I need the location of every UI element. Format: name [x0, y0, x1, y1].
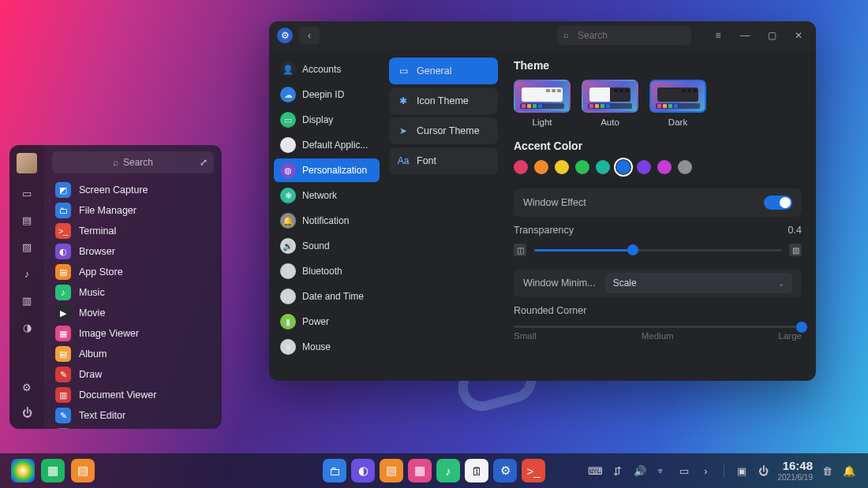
category-label: Display [302, 114, 333, 125]
accent-swatch[interactable] [616, 160, 630, 174]
window-minimize-select[interactable]: Scale ⌄ [605, 273, 792, 293]
clock[interactable]: 16:48 2021/6/19 [778, 460, 814, 482]
category-graphics-icon[interactable]: ▨ [20, 240, 34, 254]
launcher-app-item[interactable]: ◩Screen Capture [49, 180, 217, 200]
category-item[interactable]: ▮Power [274, 310, 380, 333]
category-internet-icon[interactable]: ▭ [20, 186, 34, 200]
battery-tray-icon[interactable]: ▭ [676, 463, 692, 479]
menu-button[interactable]: ≡ [709, 26, 728, 45]
accent-swatch[interactable] [596, 160, 610, 174]
rc-large-label: Large [779, 331, 802, 341]
app-label: File Manager [79, 205, 137, 216]
launcher-app-item[interactable]: ♪Music [49, 282, 217, 303]
subtab-item[interactable]: ▭General [389, 58, 498, 84]
category-item[interactable]: ☁Deepin ID [274, 83, 380, 106]
category-item[interactable]: 👤Accounts [274, 58, 380, 81]
launcher-app-item[interactable]: ▤App Store [49, 262, 217, 282]
launcher-app-item[interactable]: ▶Movie [49, 303, 217, 323]
volume-tray-icon[interactable]: 🔊 [632, 463, 648, 479]
dock-app-icon[interactable]: ▦ [408, 459, 432, 482]
rounded-corner-slider[interactable] [514, 326, 802, 328]
trash-tray-icon[interactable]: 🗑 [819, 463, 835, 479]
app-label: Album [79, 348, 107, 359]
category-reading-icon[interactable]: ▥ [20, 293, 34, 307]
settings-icon[interactable]: ⚙ [20, 380, 34, 394]
subtab-item[interactable]: ✱Icon Theme [389, 88, 498, 114]
category-icon: ᛒ [280, 263, 296, 279]
subtab-label: Cursor Theme [417, 125, 480, 136]
transparency-slider[interactable] [534, 249, 781, 251]
theme-option-auto[interactable]: Auto [582, 80, 638, 127]
theme-option-light[interactable]: Light [514, 80, 571, 127]
notification-tray-icon[interactable]: 🔔 [841, 463, 857, 479]
dock-app-icon[interactable]: ⚙ [493, 459, 517, 482]
category-item[interactable]: ◍Personalization [274, 158, 380, 182]
launcher-app-item[interactable]: ▤Album [49, 344, 217, 364]
user-avatar[interactable] [17, 153, 37, 173]
close-button[interactable]: ✕ [789, 26, 808, 45]
accent-swatch[interactable] [678, 160, 692, 174]
category-item[interactable]: ⬮Mouse [274, 335, 380, 359]
clock-date: 2021/6/19 [778, 473, 814, 482]
category-item[interactable]: ▭Display [274, 108, 380, 132]
dock-app-icon[interactable]: 🗀 [323, 459, 346, 482]
launcher-app-item[interactable]: 🗀File Manager [49, 200, 217, 221]
subtab-item[interactable]: AaFont [389, 147, 498, 174]
dock-app-icon[interactable]: >_ [522, 459, 545, 482]
accent-swatch[interactable] [534, 160, 548, 174]
show-desktop-button[interactable]: ▤ [71, 459, 95, 482]
settings-search[interactable]: ⌕ [557, 26, 691, 45]
accent-swatch[interactable] [555, 160, 569, 174]
launcher-app-item[interactable]: ✎Text Editor [49, 405, 217, 426]
power-icon[interactable]: ⏻ [20, 405, 34, 419]
category-item[interactable]: ᛒBluetooth [274, 259, 380, 283]
category-item[interactable]: ⎘Default Applic... [274, 133, 380, 157]
keyboard-tray-icon[interactable]: ⌨ [588, 463, 604, 479]
minimize-button[interactable]: ― [735, 26, 754, 45]
back-button[interactable]: ‹ [299, 27, 320, 44]
category-item[interactable]: ◷Date and Time [274, 285, 380, 308]
tray-expand-icon[interactable]: › [698, 463, 714, 479]
dock-app-icon[interactable]: ◐ [351, 459, 375, 482]
category-chat-icon[interactable]: ▤ [20, 213, 34, 227]
settings-search-input[interactable] [557, 26, 691, 45]
slider-thumb[interactable] [796, 322, 807, 333]
dock-app-icon[interactable]: ▤ [380, 459, 403, 482]
dock-app-icon[interactable]: ♪ [436, 459, 460, 482]
launcher-app-item[interactable]: ▥Document Viewer [49, 385, 217, 405]
launcher-search[interactable]: ⌕ Search ⤢ [52, 151, 214, 173]
launcher-app-item[interactable]: ▦Image Viewer [49, 323, 217, 344]
category-item[interactable]: 🔔Notification [274, 209, 380, 233]
category-item[interactable]: ✱Network [274, 184, 380, 207]
shutdown-tray-icon[interactable]: ⏻ [756, 463, 772, 479]
launcher-app-item[interactable]: ✎Draw [49, 364, 217, 385]
accent-swatch[interactable] [637, 160, 651, 174]
all-categories-item[interactable]: ⋯All Categories› [49, 426, 217, 429]
subtab-icon: ▭ [397, 65, 410, 77]
window-effect-toggle[interactable] [764, 196, 792, 210]
maximize-button[interactable]: ▢ [762, 26, 781, 45]
expand-icon[interactable]: ⤢ [200, 157, 208, 168]
category-music-icon[interactable]: ♪ [20, 266, 34, 281]
accent-color-heading: Accent Color [514, 140, 802, 152]
slider-thumb[interactable] [627, 244, 638, 255]
launcher-app-item[interactable]: >_Terminal [49, 221, 217, 241]
launcher-button[interactable] [11, 459, 35, 482]
accent-swatch[interactable] [657, 160, 672, 174]
category-item[interactable]: 🔊Sound [274, 234, 380, 258]
settings-app-icon: ⚙ [277, 28, 293, 43]
accent-swatch[interactable] [514, 160, 528, 174]
theme-label: Light [533, 117, 552, 127]
wifi-tray-icon[interactable]: ᯤ [654, 463, 670, 479]
screenshot-tray-icon[interactable]: ▣ [734, 463, 750, 479]
usb-tray-icon[interactable]: ⇵ [610, 463, 626, 479]
subtab-item[interactable]: ➤Cursor Theme [389, 117, 498, 144]
launcher-app-item[interactable]: ◐Browser [49, 241, 217, 262]
accent-swatch[interactable] [575, 160, 589, 174]
category-other-icon[interactable]: ◑ [20, 320, 34, 334]
multitask-button[interactable]: ▦ [41, 459, 65, 482]
rc-small-label: Small [514, 331, 537, 341]
dock-app-icon[interactable]: 🗓 [465, 459, 488, 482]
rounded-corner-label: Rounded Corner [514, 305, 586, 316]
theme-option-dark[interactable]: Dark [649, 80, 706, 127]
